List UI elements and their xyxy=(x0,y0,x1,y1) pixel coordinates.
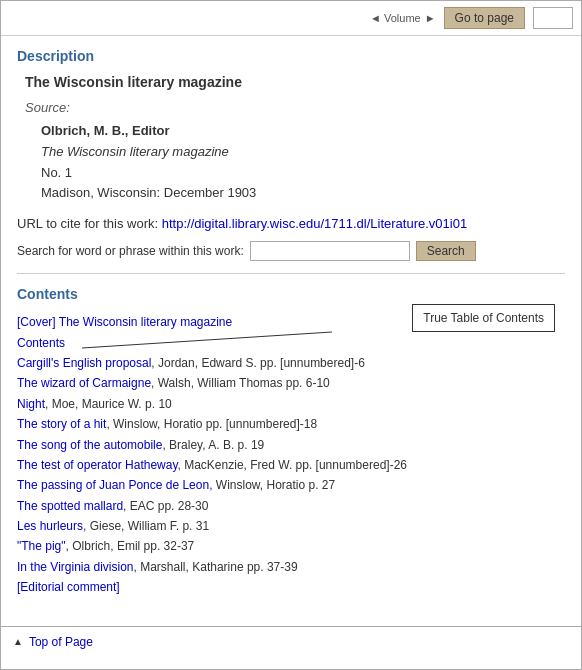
contents-list: [Cover] The Wisconsin literary magazineC… xyxy=(17,312,565,597)
contents-link[interactable]: The story of a hit xyxy=(17,417,106,431)
search-row: Search for word or phrase within this wo… xyxy=(17,241,565,274)
contents-item-extra: , Winslow, Horatio p. 27 xyxy=(209,478,335,492)
citation-issue: No. 1 xyxy=(41,163,565,184)
contents-item-extra: , Walsh, William Thomas pp. 6-10 xyxy=(151,376,330,390)
toc-callout: True Table of Contents xyxy=(412,304,555,332)
citation-author: Olbrich, M. B., Editor xyxy=(41,121,565,142)
contents-link[interactable]: The spotted mallard xyxy=(17,499,123,513)
bottom-bar: ▲ Top of Page xyxy=(1,626,581,657)
list-item: The wizard of Carmaigne, Walsh, William … xyxy=(17,373,565,393)
contents-link[interactable]: Contents xyxy=(17,336,65,350)
contents-link[interactable]: In the Virginia division xyxy=(17,560,134,574)
contents-link[interactable]: Les hurleurs xyxy=(17,519,83,533)
volume-next-arrow[interactable]: ► xyxy=(425,12,436,24)
top-bar: ◄ Volume ► Go to page xyxy=(1,1,581,36)
list-item: Les hurleurs, Giese, William F. p. 31 xyxy=(17,516,565,536)
contents-item-extra: , Jordan, Edward S. pp. [unnumbered]-6 xyxy=(151,356,364,370)
source-label: Source: xyxy=(25,100,565,115)
go-to-page-button[interactable]: Go to page xyxy=(444,7,525,29)
main-content: Description The Wisconsin literary magaz… xyxy=(1,36,581,610)
url-prefix: URL to cite for this work: xyxy=(17,216,162,231)
contents-item-extra: , Braley, A. B. p. 19 xyxy=(162,438,264,452)
contents-item-extra: , MacKenzie, Fred W. pp. [unnumbered]-26 xyxy=(178,458,407,472)
list-item: Night, Moe, Maurice W. p. 10 xyxy=(17,394,565,414)
description-section-title: Description xyxy=(17,48,565,64)
contents-section: Contents True Table of Contents [Cover] … xyxy=(17,286,565,597)
contents-link[interactable]: Cargill's English proposal xyxy=(17,356,151,370)
list-item: [Editorial comment] xyxy=(17,577,565,597)
contents-link[interactable]: "The pig" xyxy=(17,539,66,553)
volume-nav: ◄ Volume ► xyxy=(370,12,436,24)
citation-mag-title: The Wisconsin literary magazine xyxy=(41,142,565,163)
page-number-input[interactable] xyxy=(533,7,573,29)
list-item: "The pig", Olbrich, Emil pp. 32-37 xyxy=(17,536,565,556)
triangle-up-icon: ▲ xyxy=(13,636,23,647)
top-of-page-link[interactable]: Top of Page xyxy=(29,635,93,649)
contents-link[interactable]: Night xyxy=(17,397,45,411)
list-item: The song of the automobile, Braley, A. B… xyxy=(17,435,565,455)
url-link[interactable]: http://digital.library.wisc.edu/1711.dl/… xyxy=(162,216,467,231)
contents-section-title: Contents xyxy=(17,286,565,302)
list-item: Contents xyxy=(17,333,565,353)
list-item: The test of operator Hatheway, MacKenzie… xyxy=(17,455,565,475)
list-item: In the Virginia division, Marshall, Kath… xyxy=(17,557,565,577)
contents-item-extra: , Giese, William F. p. 31 xyxy=(83,519,209,533)
work-title: The Wisconsin literary magazine xyxy=(25,74,565,90)
contents-link[interactable]: [Editorial comment] xyxy=(17,580,120,594)
list-item: The passing of Juan Ponce de Leon, Winsl… xyxy=(17,475,565,495)
contents-item-extra: , Winslow, Horatio pp. [unnumbered]-18 xyxy=(106,417,317,431)
contents-wrapper: True Table of Contents [Cover] The Wisco… xyxy=(17,312,565,597)
search-input[interactable] xyxy=(250,241,410,261)
contents-item-extra: , Marshall, Katharine pp. 37-39 xyxy=(134,560,298,574)
contents-item-extra: , Olbrich, Emil pp. 32-37 xyxy=(66,539,195,553)
list-item: The spotted mallard, EAC pp. 28-30 xyxy=(17,496,565,516)
search-button[interactable]: Search xyxy=(416,241,476,261)
contents-item-extra: , EAC pp. 28-30 xyxy=(123,499,208,513)
contents-item-extra: , Moe, Maurice W. p. 10 xyxy=(45,397,172,411)
contents-link[interactable]: [Cover] The Wisconsin literary magazine xyxy=(17,315,232,329)
contents-link[interactable]: The song of the automobile xyxy=(17,438,162,452)
contents-link[interactable]: The wizard of Carmaigne xyxy=(17,376,151,390)
url-line: URL to cite for this work: http://digita… xyxy=(17,216,565,231)
search-label: Search for word or phrase within this wo… xyxy=(17,244,244,258)
contents-link[interactable]: The test of operator Hatheway xyxy=(17,458,178,472)
citation-place-date: Madison, Wisconsin: December 1903 xyxy=(41,183,565,204)
list-item: Cargill's English proposal, Jordan, Edwa… xyxy=(17,353,565,373)
citation-block: Olbrich, M. B., Editor The Wisconsin lit… xyxy=(41,121,565,204)
contents-link[interactable]: The passing of Juan Ponce de Leon xyxy=(17,478,209,492)
list-item: The story of a hit, Winslow, Horatio pp.… xyxy=(17,414,565,434)
volume-prev-arrow[interactable]: ◄ Volume xyxy=(370,12,421,24)
